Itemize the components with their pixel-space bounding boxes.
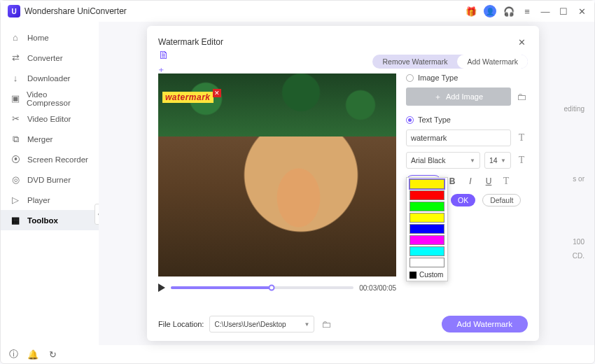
sidebar-item-label: Merger bbox=[27, 135, 52, 144]
watermark-mode-tabs: Remove Watermark Add Watermark bbox=[372, 55, 528, 69]
color-option[interactable] bbox=[410, 190, 444, 200]
text-style-icon[interactable]: T bbox=[515, 154, 528, 167]
timecode: 00:03/00:05 bbox=[359, 284, 396, 292]
sidebar-item-label: Converter bbox=[27, 54, 63, 62]
default-button[interactable]: Default bbox=[482, 194, 521, 206]
open-folder-icon[interactable]: 🗀 bbox=[320, 318, 332, 330]
text-type-radio[interactable] bbox=[406, 116, 414, 124]
font-size-select[interactable]: 14▼ bbox=[484, 152, 511, 169]
color-option[interactable] bbox=[410, 246, 444, 256]
image-type-label: Image Type bbox=[418, 74, 458, 82]
color-option[interactable] bbox=[410, 202, 444, 211]
image-type-radio[interactable] bbox=[406, 74, 414, 82]
user-avatar-icon[interactable]: 👤 bbox=[484, 5, 496, 18]
grid-icon: ▦ bbox=[10, 216, 20, 225]
font-family-select[interactable]: Arial Black▼ bbox=[406, 152, 480, 169]
italic-button[interactable]: I bbox=[463, 174, 477, 188]
sidebar-item-toolbox[interactable]: ▦Toolbox bbox=[1, 210, 99, 230]
menu-icon[interactable]: ≡ bbox=[522, 6, 533, 17]
download-icon: ↓ bbox=[10, 74, 20, 83]
app-logo-icon: U bbox=[8, 5, 20, 18]
color-option[interactable] bbox=[410, 258, 444, 267]
home-icon: ⌂ bbox=[10, 33, 20, 43]
plus-icon: ＋ bbox=[434, 92, 442, 102]
minimize-icon[interactable]: — bbox=[540, 6, 551, 17]
watermark-text-input[interactable]: watermark bbox=[406, 130, 511, 146]
gift-icon[interactable]: 🎁 bbox=[465, 6, 477, 17]
sidebar-item-downloader[interactable]: ↓Downloader bbox=[1, 68, 99, 88]
sidebar-item-home[interactable]: ⌂Home bbox=[1, 27, 99, 48]
app-title: Wondershare UniConverter bbox=[24, 6, 127, 16]
watermark-editor-modal: Watermark Editor ✕ 🗎₊ Remove Watermark A… bbox=[147, 26, 539, 341]
sidebar-item-dvd-burner[interactable]: ◎DVD Burner bbox=[1, 169, 99, 190]
bell-icon[interactable]: 🔔 bbox=[27, 349, 38, 360]
color-option[interactable] bbox=[410, 224, 444, 234]
progress-bar[interactable] bbox=[171, 286, 354, 289]
color-option[interactable] bbox=[410, 179, 444, 189]
refresh-icon[interactable]: ↻ bbox=[47, 349, 58, 360]
statusbar: ⓘ 🔔 ↻ bbox=[1, 345, 594, 363]
play-button[interactable] bbox=[158, 284, 165, 292]
main-area: editing s or 100 CD. Watermark Editor ✕ … bbox=[99, 22, 594, 345]
color-option[interactable] bbox=[410, 213, 444, 223]
add-watermark-button[interactable]: Add Watermark bbox=[442, 316, 528, 332]
background-text: editing bbox=[564, 99, 584, 120]
sidebar-item-label: DVD Burner bbox=[27, 176, 71, 184]
background-text: CD. bbox=[573, 246, 584, 267]
record-icon: ⦿ bbox=[10, 155, 20, 164]
add-image-button[interactable]: ＋ Add Image bbox=[406, 88, 511, 106]
compress-icon: ▣ bbox=[10, 94, 20, 104]
chevron-down-icon: ▼ bbox=[470, 158, 475, 164]
progress-fill bbox=[171, 286, 272, 289]
disc-icon: ◎ bbox=[10, 175, 20, 185]
custom-color-option[interactable]: Custom bbox=[407, 269, 447, 281]
video-preview[interactable]: watermark ✕ bbox=[158, 74, 396, 276]
maximize-icon[interactable]: ☐ bbox=[558, 6, 569, 17]
convert-icon: ⇄ bbox=[10, 53, 20, 63]
sidebar-item-label: Toolbox bbox=[27, 216, 58, 225]
underline-button[interactable]: U bbox=[482, 174, 496, 188]
titlebar: U Wondershare UniConverter 🎁 👤 🎧 ≡ — ☐ ✕ bbox=[1, 1, 594, 22]
play-icon: ▷ bbox=[10, 195, 20, 205]
headset-icon[interactable]: 🎧 bbox=[503, 6, 514, 17]
close-icon[interactable]: ✕ bbox=[515, 36, 528, 48]
folder-icon[interactable]: 🗀 bbox=[515, 90, 528, 103]
sidebar-item-screen-recorder[interactable]: ⦿Screen Recorder bbox=[1, 149, 99, 169]
text-style-icon[interactable]: T bbox=[515, 132, 528, 144]
video-subject bbox=[256, 140, 333, 245]
sidebar-item-label: Screen Recorder bbox=[27, 155, 88, 164]
sidebar: ⌂Home ⇄Converter ↓Downloader ▣Video Comp… bbox=[1, 22, 99, 345]
sidebar-item-label: Downloader bbox=[27, 74, 70, 83]
sidebar-item-video-compressor[interactable]: ▣Video Compressor bbox=[1, 88, 99, 108]
tab-add-watermark[interactable]: Add Watermark bbox=[457, 55, 528, 69]
progress-knob[interactable] bbox=[268, 285, 274, 291]
sidebar-item-label: Video Editor bbox=[27, 115, 71, 123]
file-location-label: File Location: bbox=[158, 320, 204, 328]
sidebar-item-player[interactable]: ▷Player bbox=[1, 190, 99, 210]
sidebar-item-video-editor[interactable]: ✂Video Editor bbox=[1, 108, 99, 129]
custom-swatch-icon bbox=[410, 272, 416, 279]
sidebar-item-merger[interactable]: ⧉Merger bbox=[1, 129, 99, 149]
chevron-down-icon: ▼ bbox=[304, 321, 310, 328]
watermark-overlay[interactable]: watermark bbox=[162, 92, 214, 103]
scissors-icon: ✂ bbox=[10, 114, 20, 124]
add-file-icon[interactable]: 🗎₊ bbox=[158, 55, 171, 68]
text-style-icon[interactable]: T bbox=[500, 175, 512, 188]
color-option[interactable] bbox=[410, 235, 444, 245]
modal-title: Watermark Editor bbox=[158, 37, 223, 47]
watermark-remove-icon[interactable]: ✕ bbox=[213, 89, 221, 97]
sidebar-item-converter[interactable]: ⇄Converter bbox=[1, 48, 99, 68]
sidebar-item-label: Video Compressor bbox=[27, 90, 89, 107]
background-text: s or bbox=[573, 169, 584, 190]
close-window-icon[interactable]: ✕ bbox=[576, 6, 587, 17]
merge-icon: ⧉ bbox=[10, 134, 20, 144]
tab-remove-watermark[interactable]: Remove Watermark bbox=[372, 55, 457, 69]
color-dropdown: Custom bbox=[406, 177, 448, 281]
sidebar-item-label: Home bbox=[27, 34, 49, 42]
ok-button[interactable]: OK bbox=[451, 194, 475, 206]
video-foliage bbox=[158, 74, 396, 136]
sidebar-item-label: Player bbox=[27, 196, 50, 204]
file-location-select[interactable]: C:\Users\User\Desktop▼ bbox=[209, 316, 314, 332]
info-icon[interactable]: ⓘ bbox=[8, 349, 19, 360]
chevron-down-icon: ▼ bbox=[500, 158, 506, 164]
